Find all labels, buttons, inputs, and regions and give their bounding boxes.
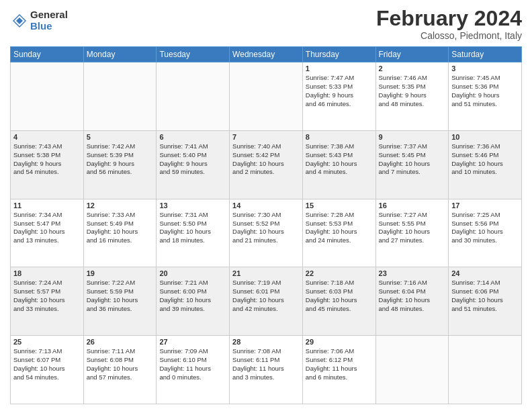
calendar-cell: 13Sunrise: 7:31 AM Sunset: 5:50 PM Dayli…: [157, 199, 230, 267]
calendar-cell: 8Sunrise: 7:38 AM Sunset: 5:43 PM Daylig…: [302, 130, 375, 199]
day-number: 12: [87, 201, 154, 210]
day-info: Sunrise: 7:16 AM Sunset: 6:04 PM Dayligh…: [379, 279, 446, 313]
calendar-cell: 25Sunrise: 7:13 AM Sunset: 6:07 PM Dayli…: [11, 336, 84, 404]
calendar-cell: 14Sunrise: 7:30 AM Sunset: 5:52 PM Dayli…: [230, 199, 303, 267]
day-number: 25: [13, 338, 81, 346]
calendar-week-row: 18Sunrise: 7:24 AM Sunset: 5:57 PM Dayli…: [11, 267, 522, 336]
day-info: Sunrise: 7:33 AM Sunset: 5:49 PM Dayligh…: [87, 211, 154, 245]
day-number: 7: [232, 133, 300, 141]
calendar-cell: 24Sunrise: 7:14 AM Sunset: 6:06 PM Dayli…: [449, 267, 522, 336]
calendar-header-thursday: Thursday: [302, 47, 375, 62]
calendar-cell: 20Sunrise: 7:21 AM Sunset: 6:00 PM Dayli…: [157, 267, 230, 336]
day-info: Sunrise: 7:27 AM Sunset: 5:55 PM Dayligh…: [379, 211, 446, 245]
day-number: 4: [13, 133, 81, 141]
day-info: Sunrise: 7:13 AM Sunset: 6:07 PM Dayligh…: [13, 347, 81, 381]
day-number: 18: [13, 269, 81, 277]
calendar-header-row: SundayMondayTuesdayWednesdayThursdayFrid…: [11, 47, 522, 62]
day-info: Sunrise: 7:24 AM Sunset: 5:57 PM Dayligh…: [13, 279, 81, 313]
calendar-week-row: 4Sunrise: 7:43 AM Sunset: 5:38 PM Daylig…: [11, 130, 522, 199]
calendar-cell: 7Sunrise: 7:40 AM Sunset: 5:42 PM Daylig…: [230, 130, 303, 199]
day-info: Sunrise: 7:47 AM Sunset: 5:33 PM Dayligh…: [306, 74, 373, 108]
day-info: Sunrise: 7:21 AM Sunset: 6:00 PM Dayligh…: [159, 279, 226, 313]
calendar-cell: 18Sunrise: 7:24 AM Sunset: 5:57 PM Dayli…: [11, 267, 84, 336]
calendar-cell: 23Sunrise: 7:16 AM Sunset: 6:04 PM Dayli…: [375, 267, 449, 336]
day-info: Sunrise: 7:19 AM Sunset: 6:01 PM Dayligh…: [232, 279, 300, 313]
calendar-cell: [375, 336, 449, 404]
day-info: Sunrise: 7:38 AM Sunset: 5:43 PM Dayligh…: [306, 142, 373, 177]
day-info: Sunrise: 7:31 AM Sunset: 5:50 PM Dayligh…: [159, 211, 226, 245]
day-number: 5: [87, 133, 154, 141]
day-info: Sunrise: 7:41 AM Sunset: 5:40 PM Dayligh…: [159, 142, 226, 177]
day-number: 16: [379, 201, 446, 210]
calendar-week-row: 11Sunrise: 7:34 AM Sunset: 5:47 PM Dayli…: [11, 199, 522, 267]
calendar-cell: [83, 62, 157, 131]
day-info: Sunrise: 7:18 AM Sunset: 6:03 PM Dayligh…: [306, 279, 373, 313]
calendar-cell: 16Sunrise: 7:27 AM Sunset: 5:55 PM Dayli…: [375, 199, 449, 267]
logo-icon: [10, 11, 29, 30]
calendar-cell: 12Sunrise: 7:33 AM Sunset: 5:49 PM Dayli…: [83, 199, 157, 267]
calendar-cell: 3Sunrise: 7:45 AM Sunset: 5:36 PM Daylig…: [449, 62, 522, 131]
day-number: 20: [159, 269, 226, 277]
day-info: Sunrise: 7:37 AM Sunset: 5:45 PM Dayligh…: [379, 142, 446, 177]
calendar-cell: 29Sunrise: 7:06 AM Sunset: 6:12 PM Dayli…: [302, 336, 375, 404]
calendar-table: SundayMondayTuesdayWednesdayThursdayFrid…: [10, 46, 522, 404]
calendar-cell: 21Sunrise: 7:19 AM Sunset: 6:01 PM Dayli…: [230, 267, 303, 336]
logo: General Blue: [10, 9, 68, 32]
calendar-header-monday: Monday: [83, 47, 157, 62]
day-number: 17: [451, 201, 519, 210]
logo-text: General Blue: [30, 9, 68, 32]
calendar-cell: 1Sunrise: 7:47 AM Sunset: 5:33 PM Daylig…: [302, 62, 375, 131]
day-info: Sunrise: 7:36 AM Sunset: 5:46 PM Dayligh…: [451, 142, 519, 177]
day-info: Sunrise: 7:43 AM Sunset: 5:38 PM Dayligh…: [13, 142, 81, 177]
day-info: Sunrise: 7:45 AM Sunset: 5:36 PM Dayligh…: [451, 74, 519, 108]
day-number: 11: [13, 201, 81, 210]
location-subtitle: Calosso, Piedmont, Italy: [376, 30, 522, 41]
calendar-cell: [157, 62, 230, 131]
calendar-cell: 5Sunrise: 7:42 AM Sunset: 5:39 PM Daylig…: [83, 130, 157, 199]
day-number: 6: [159, 133, 226, 141]
calendar-header-sunday: Sunday: [11, 47, 84, 62]
day-number: 24: [451, 269, 519, 277]
calendar-week-row: 1Sunrise: 7:47 AM Sunset: 5:33 PM Daylig…: [11, 62, 522, 131]
calendar-cell: [230, 62, 303, 131]
day-number: 10: [451, 133, 519, 141]
day-info: Sunrise: 7:34 AM Sunset: 5:47 PM Dayligh…: [13, 211, 81, 245]
day-info: Sunrise: 7:09 AM Sunset: 6:10 PM Dayligh…: [159, 347, 226, 381]
day-number: 26: [87, 338, 154, 346]
day-number: 13: [159, 201, 226, 210]
day-number: 21: [232, 269, 300, 277]
calendar-cell: 22Sunrise: 7:18 AM Sunset: 6:03 PM Dayli…: [302, 267, 375, 336]
day-info: Sunrise: 7:08 AM Sunset: 6:11 PM Dayligh…: [232, 347, 300, 381]
calendar-cell: 26Sunrise: 7:11 AM Sunset: 6:08 PM Dayli…: [83, 336, 157, 404]
day-number: 9: [379, 133, 446, 141]
day-info: Sunrise: 7:11 AM Sunset: 6:08 PM Dayligh…: [87, 347, 154, 381]
day-info: Sunrise: 7:30 AM Sunset: 5:52 PM Dayligh…: [232, 211, 300, 245]
calendar-cell: 27Sunrise: 7:09 AM Sunset: 6:10 PM Dayli…: [157, 336, 230, 404]
day-number: 28: [232, 338, 300, 346]
day-number: 23: [379, 269, 446, 277]
calendar-cell: 9Sunrise: 7:37 AM Sunset: 5:45 PM Daylig…: [375, 130, 449, 199]
calendar-cell: 17Sunrise: 7:25 AM Sunset: 5:56 PM Dayli…: [449, 199, 522, 267]
logo-blue: Blue: [30, 21, 68, 32]
calendar-cell: 4Sunrise: 7:43 AM Sunset: 5:38 PM Daylig…: [11, 130, 84, 199]
day-number: 3: [451, 64, 519, 73]
header: General Blue February 2024 Calosso, Pied…: [10, 7, 522, 41]
title-block: February 2024 Calosso, Piedmont, Italy: [376, 7, 522, 41]
calendar-cell: 11Sunrise: 7:34 AM Sunset: 5:47 PM Dayli…: [11, 199, 84, 267]
day-number: 22: [306, 269, 373, 277]
day-number: 27: [159, 338, 226, 346]
day-info: Sunrise: 7:42 AM Sunset: 5:39 PM Dayligh…: [87, 142, 154, 177]
calendar-cell: [11, 62, 84, 131]
page: General Blue February 2024 Calosso, Pied…: [0, 0, 532, 411]
calendar-cell: 6Sunrise: 7:41 AM Sunset: 5:40 PM Daylig…: [157, 130, 230, 199]
day-number: 14: [232, 201, 300, 210]
day-number: 1: [306, 64, 373, 73]
month-title: February 2024: [376, 7, 522, 30]
calendar-cell: 15Sunrise: 7:28 AM Sunset: 5:53 PM Dayli…: [302, 199, 375, 267]
calendar-header-friday: Friday: [375, 47, 449, 62]
calendar-cell: 10Sunrise: 7:36 AM Sunset: 5:46 PM Dayli…: [449, 130, 522, 199]
calendar-cell: 19Sunrise: 7:22 AM Sunset: 5:59 PM Dayli…: [83, 267, 157, 336]
calendar-week-row: 25Sunrise: 7:13 AM Sunset: 6:07 PM Dayli…: [11, 336, 522, 404]
day-number: 29: [306, 338, 373, 346]
day-number: 19: [87, 269, 154, 277]
